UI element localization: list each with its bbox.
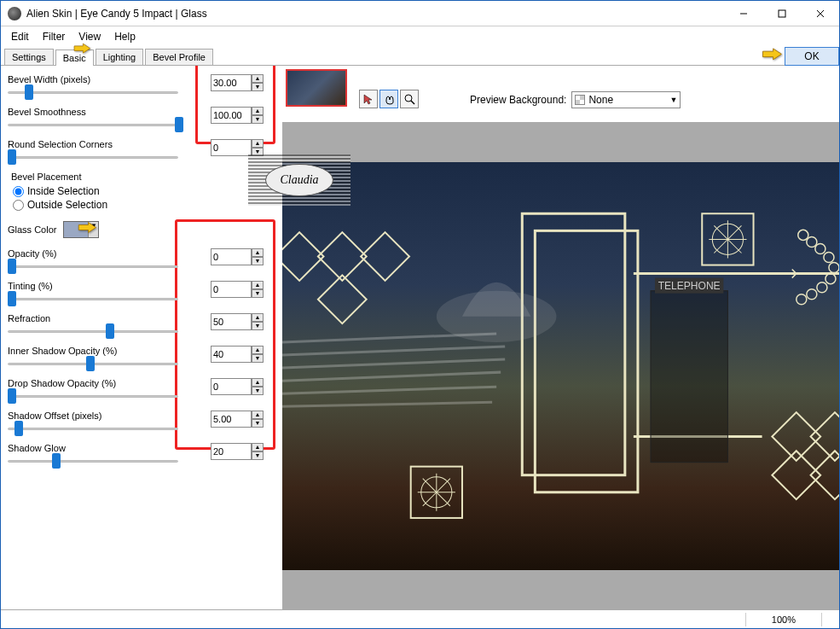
tab-lighting[interactable]: Lighting	[96, 49, 144, 65]
slider-opacity[interactable]	[8, 262, 178, 271]
input-drop-shadow[interactable]	[211, 378, 252, 395]
radio-outside-selection[interactable]	[13, 200, 24, 211]
svg-rect-7	[535, 230, 638, 492]
minimize-button[interactable]	[724, 1, 762, 26]
slider-shadow-glow[interactable]	[8, 457, 178, 465]
input-shadow-glow[interactable]	[211, 443, 252, 460]
svg-rect-1	[779, 10, 785, 17]
svg-point-37	[807, 288, 817, 299]
input-bevel-smoothness[interactable]	[211, 107, 252, 124]
slider-bevel-smoothness[interactable]	[8, 120, 178, 129]
svg-point-30	[798, 230, 808, 240]
param-opacity: Opacity (%) ▲▼	[8, 248, 275, 272]
svg-point-33	[824, 252, 834, 262]
svg-text:TELEPHONE: TELEPHONE	[658, 279, 721, 291]
svg-line-46	[282, 372, 501, 381]
thumbnail-strip: Preview Background: None ▼	[282, 66, 839, 122]
ok-label: OK	[804, 50, 819, 62]
svg-rect-13	[811, 412, 839, 461]
slider-inner-shadow[interactable]	[8, 359, 178, 368]
bevel-placement-label: Bevel Placement	[11, 172, 275, 182]
tool-hand[interactable]	[379, 90, 398, 108]
slider-refraction[interactable]	[8, 327, 178, 335]
zoom-level[interactable]: 100%	[745, 613, 822, 626]
param-bevel-width: Bevel Width (pixels) ▲▼	[8, 74, 275, 98]
svg-point-35	[826, 273, 836, 283]
preview-image: TELEPHONE	[282, 162, 839, 570]
svg-rect-11	[318, 275, 367, 323]
menu-help[interactable]: Help	[107, 27, 142, 46]
slider-round-corners[interactable]	[8, 153, 178, 161]
radio-inside-selection[interactable]	[13, 186, 24, 197]
tab-bevel-profile[interactable]: Bevel Profile	[145, 49, 213, 65]
svg-rect-12	[772, 412, 820, 461]
window-title: Alien Skin | Eye Candy 5 Impact | Glass	[26, 8, 724, 20]
slider-shadow-offset[interactable]	[8, 424, 178, 433]
param-round-corners: Round Selection Corners ▲▼	[8, 139, 275, 163]
slider-bevel-width[interactable]	[8, 88, 178, 96]
svg-point-36	[817, 282, 827, 292]
param-drop-shadow: Drop Shadow Opacity (%) ▲▼	[8, 378, 275, 402]
preview-panel: Preview Background: None ▼	[282, 66, 839, 609]
spin-up[interactable]: ▲	[252, 74, 264, 83]
svg-point-38	[797, 294, 807, 304]
author-watermark: Claudia	[248, 154, 350, 206]
slider-drop-shadow[interactable]	[8, 392, 178, 400]
annotation-pointer-color	[74, 218, 100, 239]
menu-filter[interactable]: Filter	[36, 27, 72, 46]
preview-viewport[interactable]: TELEPHONE	[282, 122, 839, 609]
input-shadow-offset[interactable]	[211, 411, 252, 428]
svg-rect-9	[361, 232, 409, 281]
tab-settings[interactable]: Settings	[4, 49, 54, 65]
preview-thumbnail[interactable]	[286, 69, 347, 107]
tool-pointer[interactable]	[359, 90, 378, 108]
input-tinting[interactable]	[211, 281, 252, 298]
preview-bg-row: Preview Background: None ▼	[470, 91, 681, 108]
tab-basic[interactable]: Basic	[55, 50, 94, 66]
svg-line-45	[282, 359, 505, 368]
svg-rect-14	[772, 451, 820, 499]
ok-button[interactable]: OK	[785, 47, 839, 66]
menu-edit[interactable]: Edit	[4, 27, 36, 46]
param-refraction: Refraction ▲▼	[8, 313, 275, 337]
svg-rect-8	[318, 232, 367, 281]
param-shadow-glow: Shadow Glow ▲▼	[8, 443, 275, 467]
param-shadow-offset: Shadow Offset (pixels) ▲▼	[8, 411, 275, 434]
close-button[interactable]	[801, 1, 839, 26]
annotation-pointer-ok	[755, 44, 789, 67]
preview-toolbar	[359, 90, 419, 108]
spin-down[interactable]: ▼	[252, 83, 264, 91]
svg-rect-39	[651, 290, 727, 462]
menu-view[interactable]: View	[72, 27, 107, 46]
input-round-corners[interactable]	[211, 139, 252, 156]
slider-tinting[interactable]	[8, 294, 178, 303]
param-glass-color: Glass Color ▼	[8, 221, 275, 238]
svg-point-31	[807, 236, 817, 247]
input-inner-shadow[interactable]	[211, 346, 252, 363]
tab-bar: Settings Basic Lighting Bevel Profile	[1, 47, 839, 66]
svg-point-4	[405, 95, 412, 102]
svg-point-34	[829, 262, 839, 272]
svg-line-5	[411, 101, 414, 104]
svg-line-48	[282, 402, 492, 406]
svg-rect-15	[811, 451, 839, 499]
tool-zoom[interactable]	[400, 90, 419, 108]
param-tinting: Tinting (%) ▲▼	[8, 281, 275, 305]
param-inner-shadow: Inner Shadow Opacity (%) ▲▼	[8, 346, 275, 370]
basic-panel: Bevel Width (pixels) ▲▼ Bevel Smoothness…	[1, 66, 282, 609]
svg-point-32	[815, 243, 826, 253]
preview-bg-label: Preview Background:	[470, 94, 566, 106]
glass-color-swatch[interactable]: ▼	[63, 221, 99, 238]
input-bevel-width[interactable]	[211, 74, 252, 91]
status-bar: 100%	[1, 609, 839, 628]
chevron-down-icon: ▼	[669, 96, 677, 104]
maximize-button[interactable]	[762, 1, 801, 26]
input-opacity[interactable]	[211, 248, 252, 265]
content-area: Bevel Width (pixels) ▲▼ Bevel Smoothness…	[1, 66, 839, 609]
preview-bg-select[interactable]: None ▼	[571, 91, 681, 108]
checker-icon	[575, 95, 585, 105]
input-refraction[interactable]	[211, 313, 252, 330]
app-icon	[8, 7, 21, 20]
svg-line-44	[282, 346, 505, 354]
title-bar: Alien Skin | Eye Candy 5 Impact | Glass	[1, 1, 839, 26]
